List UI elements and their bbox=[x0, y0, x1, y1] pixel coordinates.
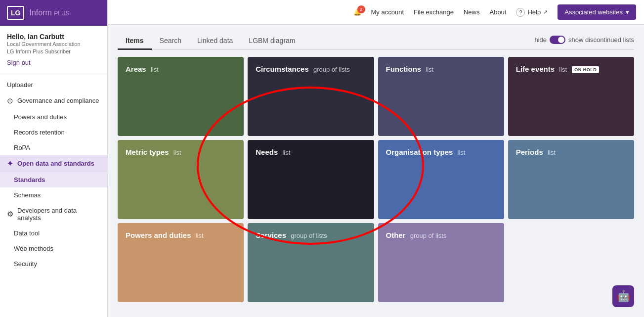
toggle-knob bbox=[558, 37, 564, 43]
card-life-events[interactable]: Life events list ON HOLD bbox=[508, 57, 634, 136]
datatool-label: Data tool bbox=[14, 229, 40, 237]
my-account-link[interactable]: My account bbox=[371, 8, 404, 16]
webmethods-label: Web methods bbox=[14, 245, 53, 252]
main-area: 🔔 2 My account File exchange News About … bbox=[108, 0, 644, 317]
card-services[interactable]: Services group of lists bbox=[248, 223, 374, 302]
card-org-types[interactable]: Organisation types list bbox=[378, 140, 504, 219]
card-circumstances[interactable]: Circumstances group of lists bbox=[248, 57, 374, 136]
card-functions-title: Functions list bbox=[386, 65, 496, 73]
topnav: 🔔 2 My account File exchange News About … bbox=[108, 0, 644, 25]
sidebar-item-opendata[interactable]: ✦ Open data and standards bbox=[0, 155, 107, 172]
tabs-row: Items Search Linked data LGBM diagram hi… bbox=[118, 33, 634, 50]
sidebar: LG Inform PLUS Hello, Ian Carbutt Local … bbox=[0, 0, 108, 317]
content-area: Items Search Linked data LGBM diagram hi… bbox=[108, 25, 644, 317]
hide-label: hide bbox=[534, 36, 547, 44]
dropdown-chevron-icon: ▾ bbox=[626, 8, 629, 16]
tab-search[interactable]: Search bbox=[152, 33, 189, 50]
cards-grid: Areas list Circumstances group of lists … bbox=[118, 57, 634, 302]
card-powers-duties-title: Powers and duties list bbox=[126, 231, 236, 239]
governance-label: Governance and compliance bbox=[17, 97, 99, 104]
user-name: Hello, Ian Carbutt bbox=[7, 33, 100, 41]
sidebar-item-webmethods[interactable]: Web methods bbox=[0, 241, 107, 256]
sidebar-item-ropa[interactable]: RoPA bbox=[0, 140, 107, 155]
notifications-bell[interactable]: 🔔 2 bbox=[353, 8, 361, 16]
sidebar-item-uploader[interactable]: Uploader bbox=[0, 77, 107, 92]
sidebar-item-developers[interactable]: ⚙ Developers and data analysts bbox=[0, 203, 107, 226]
card-other[interactable]: Other group of lists bbox=[378, 223, 504, 302]
chat-button[interactable]: 🤖 bbox=[612, 285, 634, 307]
help-icon: ? bbox=[516, 8, 525, 17]
sidebar-item-schemas[interactable]: Schemas bbox=[0, 187, 107, 203]
chat-icon: 🤖 bbox=[617, 290, 630, 303]
tab-linked-data[interactable]: Linked data bbox=[189, 33, 241, 50]
user-org: Local Government Association LG Inform P… bbox=[7, 41, 100, 56]
sidebar-item-powers[interactable]: Powers and duties bbox=[0, 109, 107, 125]
card-metric-types-title: Metric types list bbox=[126, 148, 236, 156]
card-needs[interactable]: Needs list bbox=[248, 140, 374, 219]
on-hold-badge: ON HOLD bbox=[572, 66, 599, 73]
sidebar-item-standards[interactable]: Standards bbox=[0, 172, 107, 187]
external-link-icon: ↗ bbox=[543, 9, 548, 15]
uploader-label: Uploader bbox=[7, 81, 33, 89]
opendata-icon: ✦ bbox=[7, 159, 13, 168]
ropa-label: RoPA bbox=[14, 144, 30, 151]
sidebar-item-records[interactable]: Records retention bbox=[0, 125, 107, 140]
card-metric-types[interactable]: Metric types list bbox=[118, 140, 244, 219]
card-services-title: Services group of lists bbox=[256, 231, 366, 239]
card-powers-duties[interactable]: Powers and duties list bbox=[118, 223, 244, 302]
powers-label: Powers and duties bbox=[14, 113, 67, 121]
card-org-types-title: Organisation types list bbox=[386, 148, 496, 156]
sidebar-item-datatool[interactable]: Data tool bbox=[0, 226, 107, 241]
card-periods[interactable]: Periods list bbox=[508, 140, 634, 219]
help-link[interactable]: ? Help ↗ bbox=[516, 8, 548, 17]
card-areas-title: Areas list bbox=[126, 65, 236, 73]
logo-badge: LG bbox=[7, 6, 24, 20]
sign-out-link[interactable]: Sign out bbox=[7, 59, 31, 66]
bell-badge: 2 bbox=[357, 5, 365, 13]
sidebar-item-governance[interactable]: ⊙ Governance and compliance bbox=[0, 92, 107, 109]
logo-text: Inform PLUS bbox=[29, 8, 69, 17]
security-label: Security bbox=[14, 260, 37, 268]
card-periods-title: Periods list bbox=[516, 148, 626, 156]
sidebar-header: LG Inform PLUS bbox=[0, 0, 107, 26]
about-link[interactable]: About bbox=[489, 8, 506, 16]
card-areas[interactable]: Areas list bbox=[118, 57, 244, 136]
card-needs-title: Needs list bbox=[256, 148, 366, 156]
developers-label: Developers and data analysts bbox=[17, 207, 100, 222]
discontinued-toggle[interactable] bbox=[550, 36, 565, 44]
tab-lgbm[interactable]: LGBM diagram bbox=[241, 33, 303, 50]
show-discontinued-label: show discontinued lists bbox=[568, 36, 634, 44]
governance-icon: ⊙ bbox=[7, 96, 13, 105]
opendata-label: Open data and standards bbox=[17, 160, 94, 167]
sidebar-item-security[interactable]: Security bbox=[0, 256, 107, 272]
card-functions[interactable]: Functions list bbox=[378, 57, 504, 136]
card-life-events-title: Life events list ON HOLD bbox=[516, 65, 626, 73]
card-other-title: Other group of lists bbox=[386, 231, 496, 239]
associated-websites-button[interactable]: Associated websites ▾ bbox=[558, 4, 636, 20]
file-exchange-link[interactable]: File exchange bbox=[414, 8, 454, 16]
developers-icon: ⚙ bbox=[7, 210, 13, 219]
user-info: Hello, Ian Carbutt Local Government Asso… bbox=[0, 26, 107, 71]
tab-items[interactable]: Items bbox=[118, 33, 152, 50]
standards-label: Standards bbox=[14, 176, 45, 183]
schemas-label: Schemas bbox=[14, 191, 41, 199]
news-link[interactable]: News bbox=[464, 8, 480, 16]
card-circumstances-title: Circumstances group of lists bbox=[256, 65, 366, 73]
records-label: Records retention bbox=[14, 129, 65, 136]
